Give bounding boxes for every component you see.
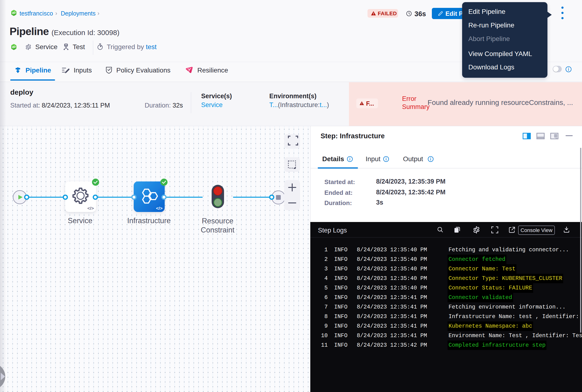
svg-text:Service: Service — [68, 216, 92, 225]
svg-text:</>: </> — [156, 206, 162, 211]
svg-text:Constraint: Constraint — [201, 226, 234, 234]
svg-text:Infrastructure: Infrastructure — [127, 216, 171, 225]
svg-text:Resource: Resource — [202, 217, 234, 225]
svg-text:</>: </> — [87, 206, 94, 211]
